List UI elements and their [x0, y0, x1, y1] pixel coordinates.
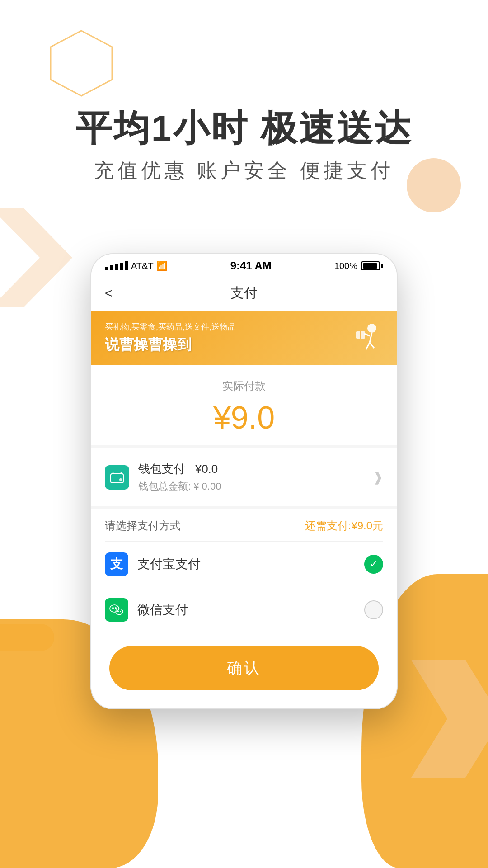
bg-swipe-decoration: [0, 624, 54, 651]
wallet-section[interactable]: 钱包支付 ¥0.0 钱包总金额: ¥ 0.00 ❱: [91, 448, 397, 509]
banner-main-text: 说曹操曹操到: [105, 335, 338, 355]
signal-bar-1: [105, 267, 108, 270]
battery-body: [361, 261, 380, 270]
hero-subtitle: 充值优惠 账户安全 便捷支付: [0, 157, 488, 184]
carrier-label: AT&T: [131, 261, 154, 271]
svg-point-13: [115, 607, 117, 609]
svg-line-4: [366, 343, 370, 349]
hero-title: 平均1小时 极速送达: [0, 108, 488, 148]
bottom-watermark: Whi: [0, 795, 488, 832]
bottom-text-area: Whi: [0, 795, 488, 832]
banner-small-text: 买礼物,买零食,买药品,送文件,送物品: [105, 321, 338, 332]
bg-hexagon-decoration: [45, 27, 117, 99]
signal-bar-2: [110, 265, 113, 270]
wechat-label: 微信支付: [137, 601, 188, 618]
remaining-amount-label: 还需支付:¥9.0元: [305, 519, 383, 533]
battery-fill: [363, 263, 377, 269]
wechat-method-left: 微信支付: [105, 598, 188, 622]
status-time: 9:41 AM: [230, 259, 272, 272]
svg-rect-9: [111, 474, 123, 483]
phone-mockup: AT&T 📶 9:41 AM 100% < 支付 买礼物,买零食,: [90, 253, 398, 709]
wallet-left: 钱包支付 ¥0.0 钱包总金额: ¥ 0.00: [105, 461, 221, 493]
wallet-balance: 钱包总金额: ¥ 0.00: [138, 480, 221, 493]
banner-text-area: 买礼物,买零食,买药品,送文件,送物品 说曹操曹操到: [105, 321, 338, 355]
signal-bar-5: [125, 261, 128, 270]
confirm-section: 确认: [91, 632, 397, 708]
bg-arrow-left-decoration: [0, 208, 72, 307]
alipay-label: 支付宝支付: [137, 556, 201, 573]
battery-indicator: [361, 261, 383, 270]
signal-bar-3: [115, 264, 118, 270]
svg-point-16: [120, 611, 121, 612]
status-right: 100%: [334, 261, 383, 271]
hero-section: 平均1小时 极速送达 充值优惠 账户安全 便捷支付: [0, 108, 488, 184]
payment-amount: ¥9.0: [105, 400, 383, 436]
status-bar: AT&T 📶 9:41 AM 100%: [91, 254, 397, 276]
svg-marker-0: [51, 31, 112, 96]
wallet-chevron-icon: ❱: [373, 470, 383, 485]
phone-frame: AT&T 📶 9:41 AM 100% < 支付 买礼物,买零食,: [90, 253, 398, 709]
alipay-selected-indicator: ✓: [364, 555, 383, 574]
promo-banner: 买礼物,买零食,买药品,送文件,送物品 说曹操曹操到: [91, 311, 397, 365]
payment-methods-section: 请选择支付方式 还需支付:¥9.0元 支 支付宝支付 ✓: [91, 509, 397, 632]
wechat-unselected-indicator: [364, 600, 383, 619]
alipay-method-left: 支 支付宝支付: [105, 552, 201, 576]
page-title: 支付: [230, 284, 258, 302]
wallet-info: 钱包支付 ¥0.0 钱包总金额: ¥ 0.00: [138, 461, 221, 493]
svg-point-11: [110, 605, 119, 612]
wallet-title: 钱包支付 ¥0.0: [138, 461, 221, 477]
battery-tip: [381, 264, 383, 268]
svg-point-15: [117, 611, 119, 612]
navigation-bar: < 支付: [91, 276, 397, 311]
alipay-method-item[interactable]: 支 支付宝支付 ✓: [105, 541, 383, 587]
svg-point-10: [119, 478, 122, 481]
battery-percent: 100%: [334, 261, 357, 271]
svg-line-5: [370, 343, 374, 348]
alipay-icon: 支: [105, 552, 128, 576]
banner-illustration: [338, 320, 383, 356]
wallet-icon: [105, 465, 129, 490]
wechat-method-item[interactable]: 微信支付: [105, 587, 383, 632]
wechat-icon: [105, 598, 128, 622]
status-left: AT&T 📶: [105, 260, 168, 271]
delivery-figure-icon: [338, 320, 383, 356]
payment-amount-section: 实际付款 ¥9.0: [91, 365, 397, 448]
signal-bar-4: [120, 263, 123, 270]
back-button[interactable]: <: [105, 286, 112, 301]
payment-label: 实际付款: [105, 379, 383, 393]
confirm-button[interactable]: 确认: [109, 646, 379, 690]
svg-point-12: [112, 607, 114, 609]
select-method-label: 请选择支付方式: [105, 519, 181, 533]
svg-line-2: [370, 333, 372, 343]
signal-bars: [105, 261, 128, 270]
method-header: 请选择支付方式 还需支付:¥9.0元: [105, 519, 383, 533]
svg-point-1: [367, 324, 376, 333]
wifi-icon: 📶: [156, 260, 168, 271]
